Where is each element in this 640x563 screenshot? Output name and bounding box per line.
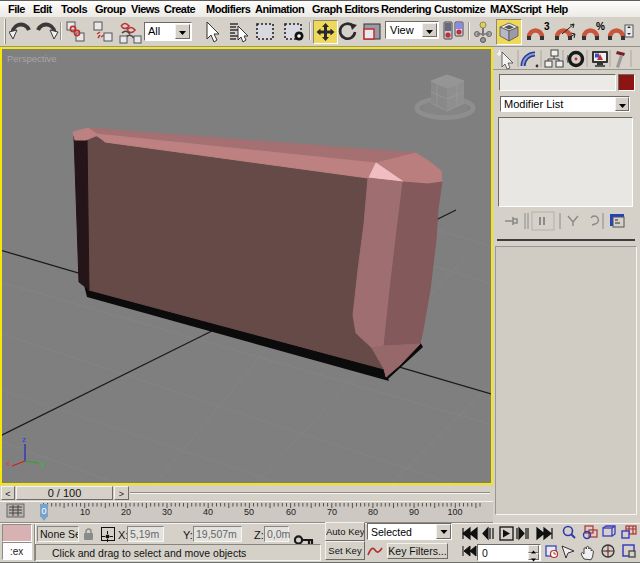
svg-text:40: 40 <box>203 507 213 517</box>
svg-text:y: y <box>41 459 45 468</box>
svg-text:60: 60 <box>286 507 296 517</box>
svg-text:0: 0 <box>41 506 46 516</box>
svg-text:z: z <box>22 435 26 444</box>
svg-text:70: 70 <box>327 507 337 517</box>
svg-text:10: 10 <box>80 507 90 517</box>
svg-text:50: 50 <box>244 507 254 517</box>
svg-text:30: 30 <box>162 507 172 517</box>
svg-text:3: 3 <box>544 21 550 32</box>
svg-text:90: 90 <box>409 507 419 517</box>
svg-text:x: x <box>6 459 10 468</box>
svg-text:20: 20 <box>121 507 131 517</box>
svg-text:%: % <box>596 21 605 32</box>
svg-text:100: 100 <box>447 507 462 517</box>
svg-text:80: 80 <box>368 507 378 517</box>
